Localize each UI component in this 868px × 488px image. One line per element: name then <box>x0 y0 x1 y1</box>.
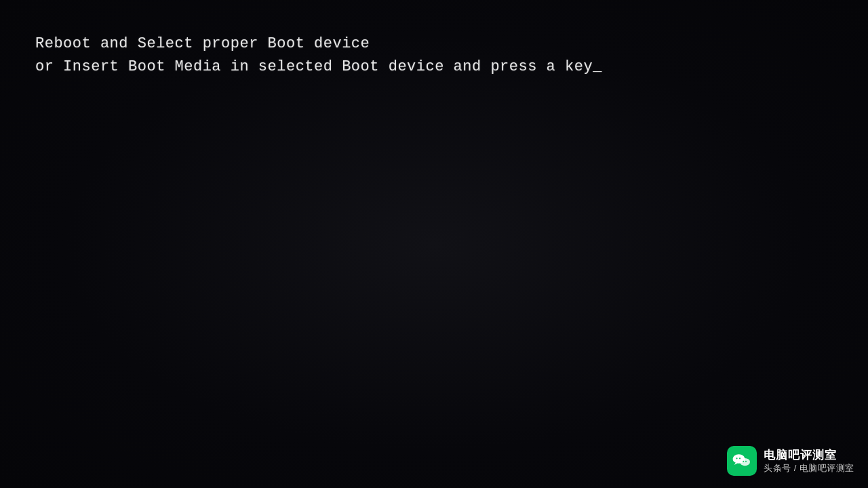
watermark-channel-name: 电脑吧评测室 <box>764 448 837 463</box>
wechat-svg <box>732 451 752 471</box>
svg-point-5 <box>745 461 747 462</box>
svg-point-3 <box>739 458 741 459</box>
watermark-platform-label: 头条号 / 电脑吧评测室 <box>764 463 854 474</box>
wechat-icon <box>727 446 757 476</box>
bios-screen: Reboot and Select proper Boot device or … <box>0 0 868 488</box>
svg-point-1 <box>740 458 750 466</box>
svg-point-4 <box>743 461 744 462</box>
svg-point-2 <box>736 458 738 459</box>
watermark-overlay: 电脑吧评测室 头条号 / 电脑吧评测室 <box>727 446 854 476</box>
boot-line-2: or Insert Boot Media in selected Boot de… <box>35 56 602 79</box>
cursor-blink: _ <box>593 56 602 79</box>
boot-line-2-text: or Insert Boot Media in selected Boot de… <box>35 58 593 75</box>
boot-line-1: Reboot and Select proper Boot device <box>35 33 602 56</box>
watermark-text-block: 电脑吧评测室 头条号 / 电脑吧评测室 <box>764 448 854 474</box>
boot-error-message: Reboot and Select proper Boot device or … <box>35 33 602 79</box>
svg-marker-6 <box>734 462 738 465</box>
